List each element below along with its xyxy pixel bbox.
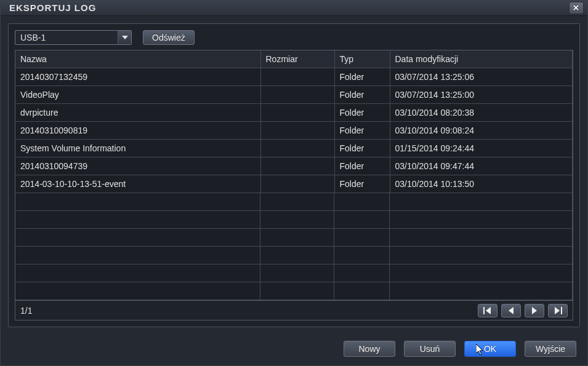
cell-date: 03/10/2014 10:13:50 (390, 175, 573, 193)
table-header-row: Nazwa Rozmiar Typ Data modyfikacji (15, 50, 573, 68)
cell-date: 03/10/2014 08:20:38 (390, 104, 573, 122)
cell-date: 03/10/2014 09:47:44 (390, 157, 573, 175)
exit-button[interactable]: Wyjście (525, 341, 576, 357)
svg-marker-6 (476, 344, 483, 355)
cell-size (260, 122, 334, 140)
table-row[interactable]: System Volume InformationFolder01/15/201… (15, 140, 573, 157)
ok-button[interactable]: OK (464, 341, 516, 357)
cell-name: dvrpicture (15, 104, 260, 122)
drive-select-value: USB-1 (15, 31, 118, 44)
exit-button-label: Wyjście (536, 344, 565, 354)
cell-size (260, 175, 334, 193)
first-page-button[interactable] (478, 304, 497, 317)
empty-row (15, 282, 573, 300)
cell-date: 03/10/2014 09:08:24 (390, 122, 573, 140)
export-log-window: EKSPORTUJ LOG ✕ USB-1 Odśwież Nazw (0, 0, 588, 366)
empty-row (15, 193, 573, 211)
cell-date: 01/15/2014 09:24:44 (390, 140, 573, 157)
svg-marker-3 (532, 307, 537, 314)
col-date[interactable]: Data modyfikacji (390, 50, 573, 68)
col-size[interactable]: Rozmiar (260, 50, 334, 68)
cell-date: 03/07/2014 13:25:06 (390, 68, 573, 86)
empty-row (15, 211, 573, 229)
svg-rect-5 (561, 307, 562, 314)
table-row[interactable]: VideoPlayFolder03/07/2014 13:25:00 (15, 86, 573, 104)
cell-size (260, 86, 334, 104)
cell-name: 20140307132459 (15, 68, 260, 86)
close-button[interactable]: ✕ (569, 2, 584, 14)
new-button-label: Nowy (358, 344, 380, 354)
new-button[interactable]: Nowy (344, 341, 395, 357)
prev-page-icon (507, 307, 515, 314)
delete-button[interactable]: Usuń (404, 341, 456, 357)
dialog-buttons: Nowy Usuń OK Wyjście (1, 335, 587, 365)
svg-marker-2 (509, 307, 513, 314)
table-row[interactable]: 20140307132459Folder03/07/2014 13:25:06 (15, 68, 573, 86)
refresh-button[interactable]: Odśwież (143, 30, 195, 45)
chevron-down-icon (118, 31, 131, 44)
empty-row (15, 265, 573, 282)
col-type[interactable]: Typ (334, 50, 390, 68)
delete-button-label: Usuń (420, 344, 440, 354)
empty-rows (15, 193, 573, 300)
empty-row (15, 229, 573, 247)
cell-size (260, 157, 334, 175)
cell-type: Folder (334, 86, 390, 104)
next-page-icon (531, 307, 538, 314)
cell-date: 03/07/2014 13:25:00 (390, 86, 573, 104)
cell-type: Folder (334, 122, 390, 140)
cell-size (260, 104, 334, 122)
cell-type: Folder (334, 104, 390, 122)
toolbar: USB-1 Odśwież (9, 24, 579, 50)
cell-name: 20140310090819 (15, 122, 260, 140)
title-bar: EKSPORTUJ LOG ✕ (1, 1, 587, 16)
cell-type: Folder (334, 157, 390, 175)
cell-name: System Volume Information (15, 140, 260, 157)
page-indicator: 1/1 (20, 306, 32, 316)
table-footer: 1/1 (15, 301, 573, 320)
file-table: Nazwa Rozmiar Typ Data modyfikacji 20140… (15, 50, 573, 301)
last-page-icon (554, 307, 562, 314)
table-row[interactable]: 2014-03-10-10-13-51-eventFolder03/10/201… (15, 175, 573, 193)
table-row[interactable]: dvrpictureFolder03/10/2014 08:20:38 (15, 104, 573, 122)
col-name[interactable]: Nazwa (15, 50, 260, 68)
cell-type: Folder (334, 140, 390, 157)
table-row[interactable]: 20140310094739Folder03/10/2014 09:47:44 (15, 157, 573, 175)
dialog-body: USB-1 Odśwież Nazwa Rozmiar Typ Data mod… (8, 23, 580, 328)
cell-type: Folder (334, 175, 390, 193)
ok-button-label: OK (484, 344, 496, 354)
refresh-button-label: Odśwież (152, 33, 185, 42)
prev-page-button[interactable] (501, 304, 521, 317)
cell-name: VideoPlay (15, 86, 260, 104)
drive-select[interactable]: USB-1 (15, 30, 132, 45)
cell-size (260, 68, 334, 86)
cell-type: Folder (334, 68, 390, 86)
table-row[interactable]: 20140310090819Folder03/10/2014 09:08:24 (15, 122, 573, 140)
first-page-icon (483, 307, 492, 314)
cell-name: 2014-03-10-10-13-51-event (15, 175, 260, 193)
svg-marker-1 (486, 307, 491, 314)
next-page-button[interactable] (525, 304, 544, 317)
svg-marker-4 (555, 307, 560, 314)
cell-size (260, 140, 334, 157)
close-icon: ✕ (573, 3, 580, 12)
window-title: EKSPORTUJ LOG (9, 2, 96, 13)
svg-rect-0 (483, 307, 485, 314)
last-page-button[interactable] (548, 304, 568, 317)
cell-name: 20140310094739 (15, 157, 260, 175)
empty-row (15, 247, 573, 265)
